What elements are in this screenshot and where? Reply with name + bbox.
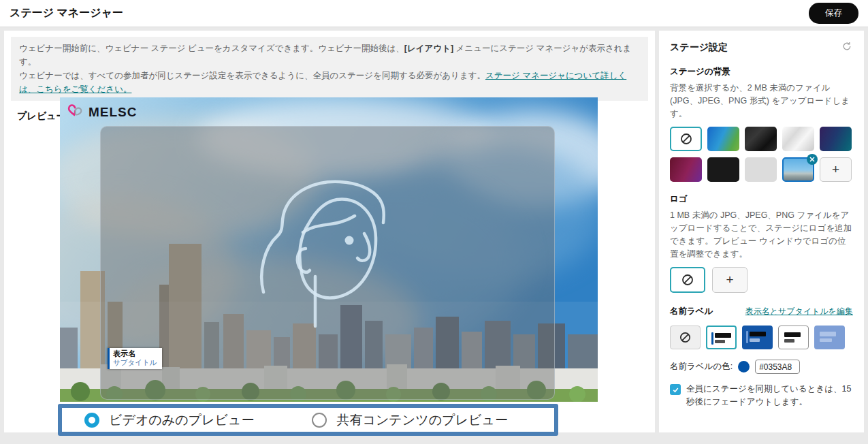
page-title: ステージ マネージャー [10, 6, 123, 20]
refresh-button[interactable] [841, 40, 853, 54]
logo-description: 1 MB 未満の JPG、JPEG、PNG ファイルをアップロードすることで、ス… [670, 209, 853, 260]
stage-logo: MELSC [67, 104, 138, 121]
color-value-input[interactable] [755, 360, 800, 374]
radio-selected-icon[interactable] [84, 413, 99, 428]
radio-video-only-preview[interactable]: ビデオのみのプレビュー [84, 411, 254, 429]
name-label-overlay[interactable]: 表示名 サブタイトル [108, 348, 162, 369]
background-upload-button[interactable]: + [820, 157, 852, 182]
stage-settings-title: ステージ設定 [670, 42, 728, 54]
background-thumbnail-grid: + [670, 127, 854, 182]
background-thumbnail-blue-green[interactable] [707, 127, 739, 151]
preview-heading: プレビュー [17, 110, 65, 123]
logo-options: + [670, 267, 853, 293]
none-icon [681, 273, 694, 287]
plus-icon: + [832, 162, 839, 177]
background-heading: ステージの背景 [670, 66, 853, 78]
label-style-none[interactable] [670, 326, 701, 349]
banner-layout-bold: [レイアウト] [404, 44, 453, 53]
background-thumbnail-silver[interactable] [782, 127, 814, 151]
background-thumbnail-black[interactable] [707, 157, 739, 182]
remove-background-button[interactable] [807, 154, 818, 165]
stage-preview[interactable]: MELSC 表示名 サブタイトル [60, 97, 598, 402]
name-label-heading: 名前ラベル [670, 306, 713, 317]
plus-icon: + [726, 272, 733, 287]
info-banner: ウェビナー開始前に、ウェビナー ステージ ビューをカスタマイズできます。ウェビナ… [11, 37, 648, 101]
stage-settings-panel: ステージ設定 ステージの背景 背景を選択するか、2 MB 未満のファイル (JP… [659, 31, 864, 432]
banner-line1: ウェビナー開始前に、ウェビナー ステージ ビューをカスタマイズできます。ウェビナ… [19, 44, 404, 53]
name-label-styles [670, 326, 853, 349]
banner-line2: ウェビナーでは、すべての参加者が同じステージ設定を表示できるように、全員のステー… [19, 71, 485, 80]
fadeout-checkbox-checked[interactable] [670, 384, 681, 395]
label-style-light[interactable] [778, 326, 809, 349]
background-thumbnail-dark-wave[interactable] [745, 127, 777, 151]
none-icon [679, 331, 692, 344]
check-icon [672, 386, 679, 394]
background-thumbnail-light-gray[interactable] [745, 157, 777, 182]
background-description: 背景を選択するか、2 MB 未満のファイル (JPG、JPEG、PNG 形式) … [670, 82, 853, 120]
face-placeholder-icon [255, 164, 460, 334]
name-label-color-row: 名前ラベルの色: [670, 360, 853, 374]
logo-upload-button[interactable]: + [712, 267, 748, 293]
edit-name-subtitle-link[interactable]: 表示名とサブタイトルを編集 [745, 306, 853, 317]
name-label-color-label: 名前ラベルの色: [670, 361, 733, 372]
radio-shared-content-label: 共有コンテンツのプレビュー [336, 411, 507, 429]
fadeout-label: 全員にステージを同期しているときは、15 秒後にフェードアウトします。 [686, 383, 853, 409]
preview-mode-selector: ビデオのみのプレビュー 共有コンテンツのプレビュー [58, 404, 558, 436]
subtitle-text: サブタイトル [113, 358, 157, 367]
brand-name: MELSC [89, 105, 138, 120]
background-thumbnail-none[interactable] [670, 127, 702, 151]
heart-logo-icon [67, 104, 85, 121]
logo-none-button[interactable] [670, 267, 705, 293]
fadeout-option-row: 全員にステージを同期しているときは、15 秒後にフェードアウトします。 [670, 383, 853, 409]
save-button[interactable]: 保存 [809, 3, 858, 24]
label-style-dark-blue[interactable] [742, 326, 773, 349]
logo-heading: ロゴ [670, 193, 853, 205]
refresh-icon [842, 42, 852, 51]
page-header: ステージ マネージャー 保存 [0, 0, 868, 27]
radio-unselected-icon[interactable] [312, 413, 327, 428]
background-thumbnail-dark-blue-teal[interactable] [820, 127, 852, 151]
label-style-translucent-blue[interactable] [814, 326, 845, 349]
display-name-text: 表示名 [113, 349, 157, 358]
content-area: ウェビナー開始前に、ウェビナー ステージ ビューをカスタマイズできます。ウェビナ… [0, 27, 868, 436]
none-icon [679, 132, 693, 146]
color-swatch[interactable] [738, 361, 750, 372]
label-style-light-accent-selected[interactable] [706, 326, 737, 349]
background-thumbnail-city-selected[interactable] [782, 157, 814, 182]
radio-video-only-label: ビデオのみのプレビュー [109, 411, 254, 429]
radio-shared-content-preview[interactable]: 共有コンテンツのプレビュー [312, 411, 507, 429]
background-thumbnail-magenta-purple[interactable] [670, 157, 702, 182]
preview-panel: ウェビナー開始前に、ウェビナー ステージ ビューをカスタマイズできます。ウェビナ… [4, 31, 655, 432]
close-icon [809, 157, 815, 162]
